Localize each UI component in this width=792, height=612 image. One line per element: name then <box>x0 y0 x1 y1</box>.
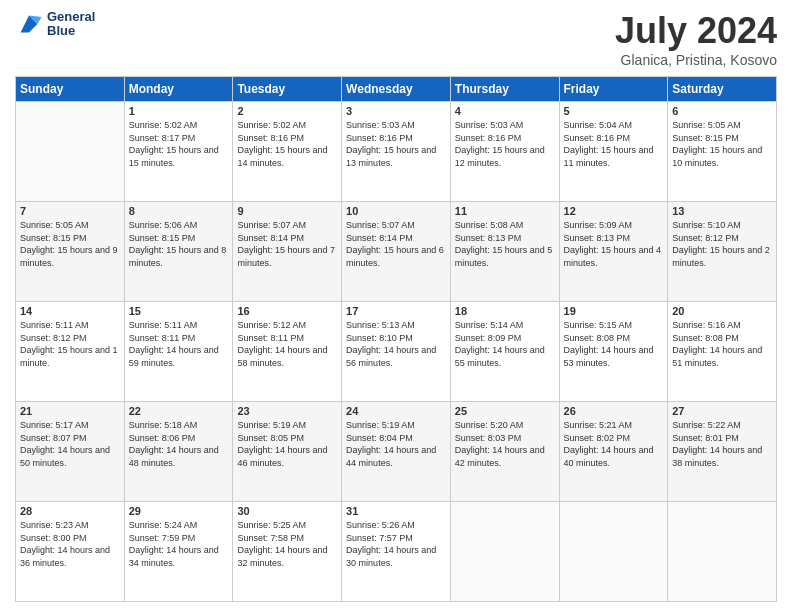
logo-icon <box>15 10 43 38</box>
calendar-cell: 2Sunrise: 5:02 AMSunset: 8:16 PMDaylight… <box>233 102 342 202</box>
day-number: 14 <box>20 305 120 317</box>
header-day-friday: Friday <box>559 77 668 102</box>
day-info: Sunrise: 5:09 AMSunset: 8:13 PMDaylight:… <box>564 219 664 269</box>
day-info: Sunrise: 5:02 AMSunset: 8:16 PMDaylight:… <box>237 119 337 169</box>
day-info: Sunrise: 5:22 AMSunset: 8:01 PMDaylight:… <box>672 419 772 469</box>
day-info: Sunrise: 5:18 AMSunset: 8:06 PMDaylight:… <box>129 419 229 469</box>
day-number: 15 <box>129 305 229 317</box>
calendar-cell: 14Sunrise: 5:11 AMSunset: 8:12 PMDayligh… <box>16 302 125 402</box>
calendar-header: SundayMondayTuesdayWednesdayThursdayFrid… <box>16 77 777 102</box>
day-info: Sunrise: 5:08 AMSunset: 8:13 PMDaylight:… <box>455 219 555 269</box>
day-number: 10 <box>346 205 446 217</box>
header-day-tuesday: Tuesday <box>233 77 342 102</box>
day-number: 11 <box>455 205 555 217</box>
day-number: 7 <box>20 205 120 217</box>
day-number: 26 <box>564 405 664 417</box>
day-number: 18 <box>455 305 555 317</box>
day-info: Sunrise: 5:10 AMSunset: 8:12 PMDaylight:… <box>672 219 772 269</box>
day-info: Sunrise: 5:24 AMSunset: 7:59 PMDaylight:… <box>129 519 229 569</box>
calendar-cell: 19Sunrise: 5:15 AMSunset: 8:08 PMDayligh… <box>559 302 668 402</box>
day-number: 12 <box>564 205 664 217</box>
header-day-sunday: Sunday <box>16 77 125 102</box>
day-number: 20 <box>672 305 772 317</box>
day-number: 17 <box>346 305 446 317</box>
day-number: 1 <box>129 105 229 117</box>
calendar-cell: 22Sunrise: 5:18 AMSunset: 8:06 PMDayligh… <box>124 402 233 502</box>
day-info: Sunrise: 5:19 AMSunset: 8:04 PMDaylight:… <box>346 419 446 469</box>
calendar-cell: 24Sunrise: 5:19 AMSunset: 8:04 PMDayligh… <box>342 402 451 502</box>
calendar-cell: 28Sunrise: 5:23 AMSunset: 8:00 PMDayligh… <box>16 502 125 602</box>
day-number: 3 <box>346 105 446 117</box>
page-container: General Blue July 2024 Glanica, Pristina… <box>0 0 792 612</box>
calendar-cell: 8Sunrise: 5:06 AMSunset: 8:15 PMDaylight… <box>124 202 233 302</box>
calendar-cell: 12Sunrise: 5:09 AMSunset: 8:13 PMDayligh… <box>559 202 668 302</box>
calendar-cell: 16Sunrise: 5:12 AMSunset: 8:11 PMDayligh… <box>233 302 342 402</box>
page-header: General Blue July 2024 Glanica, Pristina… <box>15 10 777 68</box>
day-info: Sunrise: 5:16 AMSunset: 8:08 PMDaylight:… <box>672 319 772 369</box>
day-info: Sunrise: 5:26 AMSunset: 7:57 PMDaylight:… <box>346 519 446 569</box>
day-info: Sunrise: 5:06 AMSunset: 8:15 PMDaylight:… <box>129 219 229 269</box>
calendar-cell: 30Sunrise: 5:25 AMSunset: 7:58 PMDayligh… <box>233 502 342 602</box>
day-info: Sunrise: 5:20 AMSunset: 8:03 PMDaylight:… <box>455 419 555 469</box>
calendar-cell: 21Sunrise: 5:17 AMSunset: 8:07 PMDayligh… <box>16 402 125 502</box>
calendar-cell: 26Sunrise: 5:21 AMSunset: 8:02 PMDayligh… <box>559 402 668 502</box>
day-info: Sunrise: 5:05 AMSunset: 8:15 PMDaylight:… <box>672 119 772 169</box>
month-title: July 2024 <box>615 10 777 52</box>
day-number: 9 <box>237 205 337 217</box>
calendar-cell <box>16 102 125 202</box>
day-number: 28 <box>20 505 120 517</box>
calendar-cell: 1Sunrise: 5:02 AMSunset: 8:17 PMDaylight… <box>124 102 233 202</box>
calendar-cell <box>450 502 559 602</box>
calendar-cell: 18Sunrise: 5:14 AMSunset: 8:09 PMDayligh… <box>450 302 559 402</box>
day-info: Sunrise: 5:15 AMSunset: 8:08 PMDaylight:… <box>564 319 664 369</box>
calendar-cell: 9Sunrise: 5:07 AMSunset: 8:14 PMDaylight… <box>233 202 342 302</box>
calendar-cell: 3Sunrise: 5:03 AMSunset: 8:16 PMDaylight… <box>342 102 451 202</box>
calendar-cell: 25Sunrise: 5:20 AMSunset: 8:03 PMDayligh… <box>450 402 559 502</box>
day-info: Sunrise: 5:04 AMSunset: 8:16 PMDaylight:… <box>564 119 664 169</box>
day-info: Sunrise: 5:14 AMSunset: 8:09 PMDaylight:… <box>455 319 555 369</box>
day-number: 31 <box>346 505 446 517</box>
day-info: Sunrise: 5:07 AMSunset: 8:14 PMDaylight:… <box>346 219 446 269</box>
week-row-0: 1Sunrise: 5:02 AMSunset: 8:17 PMDaylight… <box>16 102 777 202</box>
day-number: 4 <box>455 105 555 117</box>
day-number: 25 <box>455 405 555 417</box>
day-info: Sunrise: 5:07 AMSunset: 8:14 PMDaylight:… <box>237 219 337 269</box>
day-number: 19 <box>564 305 664 317</box>
header-day-monday: Monday <box>124 77 233 102</box>
day-info: Sunrise: 5:25 AMSunset: 7:58 PMDaylight:… <box>237 519 337 569</box>
calendar-cell: 15Sunrise: 5:11 AMSunset: 8:11 PMDayligh… <box>124 302 233 402</box>
day-number: 23 <box>237 405 337 417</box>
calendar-cell: 23Sunrise: 5:19 AMSunset: 8:05 PMDayligh… <box>233 402 342 502</box>
calendar-cell: 6Sunrise: 5:05 AMSunset: 8:15 PMDaylight… <box>668 102 777 202</box>
calendar-cell <box>668 502 777 602</box>
day-number: 21 <box>20 405 120 417</box>
day-info: Sunrise: 5:11 AMSunset: 8:11 PMDaylight:… <box>129 319 229 369</box>
calendar-table: SundayMondayTuesdayWednesdayThursdayFrid… <box>15 76 777 602</box>
calendar-cell <box>559 502 668 602</box>
header-row: SundayMondayTuesdayWednesdayThursdayFrid… <box>16 77 777 102</box>
day-number: 13 <box>672 205 772 217</box>
day-number: 5 <box>564 105 664 117</box>
day-info: Sunrise: 5:03 AMSunset: 8:16 PMDaylight:… <box>346 119 446 169</box>
calendar-cell: 10Sunrise: 5:07 AMSunset: 8:14 PMDayligh… <box>342 202 451 302</box>
header-day-saturday: Saturday <box>668 77 777 102</box>
day-info: Sunrise: 5:05 AMSunset: 8:15 PMDaylight:… <box>20 219 120 269</box>
day-info: Sunrise: 5:13 AMSunset: 8:10 PMDaylight:… <box>346 319 446 369</box>
logo: General Blue <box>15 10 95 39</box>
day-info: Sunrise: 5:17 AMSunset: 8:07 PMDaylight:… <box>20 419 120 469</box>
calendar-cell: 7Sunrise: 5:05 AMSunset: 8:15 PMDaylight… <box>16 202 125 302</box>
logo-line1: General <box>47 10 95 24</box>
day-info: Sunrise: 5:23 AMSunset: 8:00 PMDaylight:… <box>20 519 120 569</box>
day-number: 2 <box>237 105 337 117</box>
calendar-body: 1Sunrise: 5:02 AMSunset: 8:17 PMDaylight… <box>16 102 777 602</box>
day-info: Sunrise: 5:03 AMSunset: 8:16 PMDaylight:… <box>455 119 555 169</box>
logo-text: General Blue <box>47 10 95 39</box>
day-number: 6 <box>672 105 772 117</box>
day-number: 16 <box>237 305 337 317</box>
calendar-cell: 31Sunrise: 5:26 AMSunset: 7:57 PMDayligh… <box>342 502 451 602</box>
calendar-cell: 13Sunrise: 5:10 AMSunset: 8:12 PMDayligh… <box>668 202 777 302</box>
week-row-1: 7Sunrise: 5:05 AMSunset: 8:15 PMDaylight… <box>16 202 777 302</box>
day-number: 30 <box>237 505 337 517</box>
day-number: 22 <box>129 405 229 417</box>
day-number: 27 <box>672 405 772 417</box>
